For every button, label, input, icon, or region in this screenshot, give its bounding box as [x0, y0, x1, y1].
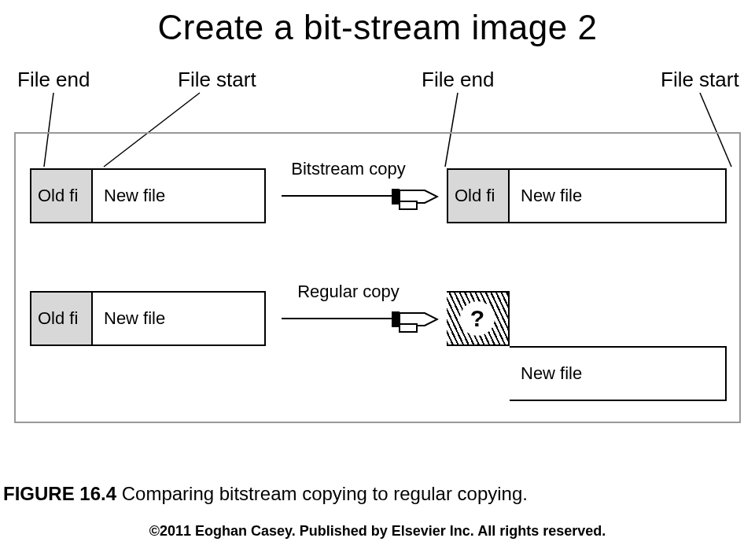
r1-left-new: New file — [93, 168, 266, 223]
svg-rect-5 — [400, 201, 417, 209]
r2-mid-label: Regular copy — [282, 282, 415, 302]
figure-number: FIGURE 16.4 — [3, 483, 116, 504]
r2-left-new: New file — [93, 291, 266, 346]
r2-connector — [282, 318, 396, 319]
r1-mid-label: Bitstream copy — [282, 159, 415, 179]
r2-right-new: New file — [510, 346, 727, 401]
row-regular: Old fi New file Regular copy ? New file — [16, 291, 739, 346]
r1-connector — [282, 195, 396, 197]
figure-caption: FIGURE 16.4 Comparing bitstream copying … — [0, 483, 528, 505]
r1-left-old: Old fi — [30, 168, 93, 223]
pointing-hand-icon — [392, 179, 439, 214]
r1-right-new: New file — [510, 168, 727, 223]
r2-right-question: ? — [447, 291, 510, 346]
figure-text: Comparing bitstream copying to regular c… — [116, 483, 528, 504]
svg-rect-7 — [400, 324, 417, 332]
svg-rect-6 — [392, 311, 400, 327]
svg-rect-4 — [392, 189, 400, 204]
r2-left-old: Old fi — [30, 291, 93, 346]
question-mark-icon: ? — [460, 301, 495, 336]
copyright-line: ©2011 Eoghan Casey. Published by Elsevie… — [0, 523, 755, 540]
r1-right-old: Old fi — [447, 168, 510, 223]
row-bitstream: Old fi New file Bitstream copy Old fi Ne… — [16, 168, 739, 223]
diagram-frame: Old fi New file Bitstream copy Old fi Ne… — [14, 132, 741, 423]
pointing-hand-icon — [392, 302, 439, 337]
